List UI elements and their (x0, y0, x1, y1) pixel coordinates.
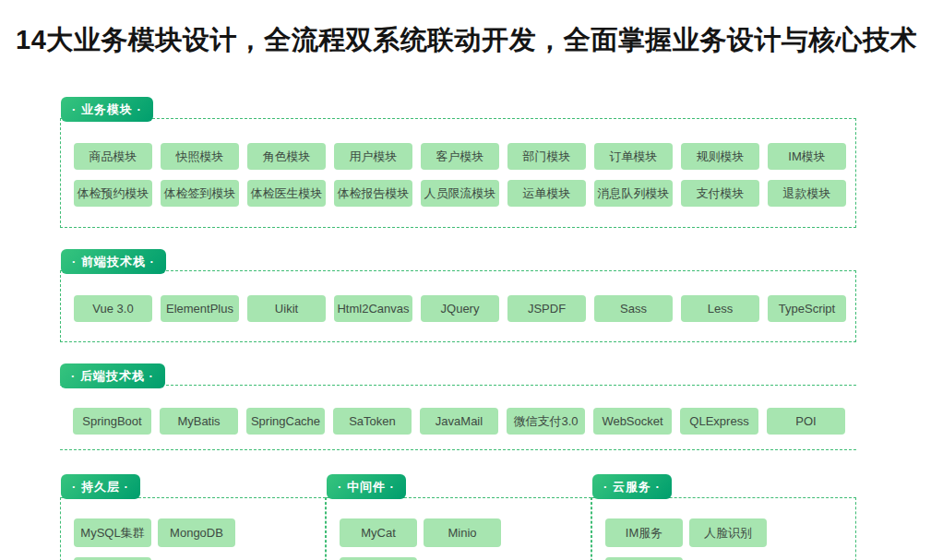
tech-tag: MyCat (340, 518, 417, 547)
tech-tag: 微信支付3.0 (507, 408, 585, 435)
section-persistence-layer: · 持久层 · MySQL集群MongoDBRedis (60, 497, 326, 560)
section-badge-label: · 前端技术栈 · (72, 254, 155, 270)
tech-tag: IM模块 (768, 143, 846, 170)
tech-tag: TypeScript (768, 295, 846, 322)
section-middleware: · 中间件 · MyCatMinioRabbitMQ (326, 497, 591, 560)
section-badge-label: · 业务模块 · (72, 101, 142, 118)
tech-tag: SpringBoot (73, 408, 151, 435)
tech-tag: QLExpress (680, 408, 758, 435)
tech-tag: ElementPlus (161, 295, 239, 322)
tech-tag: Uikit (247, 295, 326, 322)
tech-tag: 体检医生模块 (247, 180, 326, 207)
section-badge-label: · 后端技术栈 · (71, 368, 154, 385)
tech-tag: POI (767, 408, 845, 435)
section-badge-cloud-services: · 云服务 · (592, 474, 672, 499)
tech-tag: 退款模块 (768, 180, 846, 207)
section-badge-backend-stack: · 后端技术栈 · (60, 363, 165, 388)
tag-list-persistence-layer: MySQL集群MongoDBRedis (61, 498, 325, 560)
tech-tag: 客户模块 (421, 143, 499, 170)
tech-tag: 人脸识别 (689, 518, 767, 547)
tech-tag: JSPDF (507, 295, 586, 322)
section-backend-stack: · 后端技术栈 · SpringBootMyBatisSpringCacheSa… (60, 385, 856, 450)
tech-tag: MyBatis (160, 408, 238, 435)
tech-tag: Vue 3.0 (74, 295, 152, 322)
section-frontend-stack: · 前端技术栈 · Vue 3.0ElementPlusUikitHtml2Ca… (60, 270, 856, 342)
section-cloud-services: · 云服务 · IM服务人脸识别OCR运单识别 (591, 497, 856, 560)
page-title: 14大业务模块设计，全流程双系统联动开发，全面掌握业务设计与核心技术 (16, 26, 917, 55)
tech-tag: 规则模块 (681, 143, 759, 170)
tag-list-middleware: MyCatMinioRabbitMQ (327, 498, 591, 560)
tech-tag: JQuery (421, 295, 499, 322)
section-badge-persistence-layer: · 持久层 · (61, 474, 140, 499)
tech-tag: MySQL集群 (74, 518, 151, 547)
section-badge-business-modules: · 业务模块 · (61, 97, 153, 122)
tech-tag: MongoDB (158, 518, 235, 547)
tech-tag: 商品模块 (74, 143, 152, 170)
tech-tag: 部门模块 (507, 143, 586, 170)
tech-tag: 消息队列模块 (594, 180, 673, 207)
tech-tag: 订单模块 (594, 143, 673, 170)
tech-tag: 用户模块 (334, 143, 412, 170)
tag-list-business-modules: 商品模块快照模块角色模块用户模块客户模块部门模块订单模块规则模块IM模块体检预约… (61, 119, 855, 207)
section-badge-middleware: · 中间件 · (327, 474, 406, 499)
tag-list-frontend-stack: Vue 3.0ElementPlusUikitHtml2CanvasJQuery… (61, 271, 855, 322)
tech-tag: 支付模块 (681, 180, 759, 207)
tech-tag: 运单模块 (507, 180, 586, 207)
section-badge-frontend-stack: · 前端技术栈 · (61, 249, 166, 274)
section-badge-label: · 云服务 · (603, 479, 661, 495)
tech-tag: SpringCache (246, 408, 325, 435)
tech-tag: Minio (424, 518, 501, 547)
tech-tag: 人员限流模块 (421, 180, 499, 207)
tag-list-backend-stack: SpringBootMyBatisSpringCacheSaTokenJavaM… (60, 386, 856, 435)
tech-tag: 体检报告模块 (334, 180, 412, 207)
tech-tag: IM服务 (605, 518, 683, 547)
tech-tag: Html2Canvas (334, 295, 412, 322)
tech-tag: JavaMail (420, 408, 498, 435)
tag-list-cloud-services: IM服务人脸识别OCR运单识别 (592, 498, 855, 560)
tech-tag: 体检预约模块 (74, 180, 152, 207)
tech-tag: 角色模块 (247, 143, 326, 170)
tech-tag: WebSocket (593, 408, 672, 435)
tech-tag: Less (681, 295, 759, 322)
section-badge-label: · 持久层 · (72, 479, 129, 495)
tech-tag: Sass (594, 295, 673, 322)
tech-tag: 体检签到模块 (161, 180, 239, 207)
section-business-modules: · 业务模块 · 商品模块快照模块角色模块用户模块客户模块部门模块订单模块规则模… (60, 118, 856, 228)
tech-tag: 快照模块 (161, 143, 239, 170)
tech-tag: SaToken (333, 408, 412, 435)
section-badge-label: · 中间件 · (338, 479, 395, 495)
